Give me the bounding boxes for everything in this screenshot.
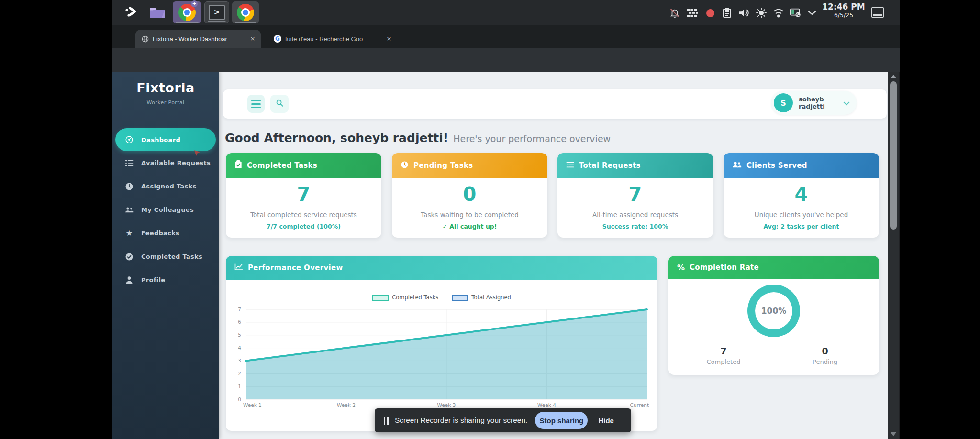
- user-menu[interactable]: S soheyb radjetti: [771, 91, 857, 115]
- stat-card-value: 4: [724, 185, 879, 204]
- file-manager-icon[interactable]: [146, 1, 169, 23]
- legend-completed-tasks[interactable]: Completed Tasks: [372, 294, 438, 301]
- sidebar-item-my-colleagues[interactable]: My Colleagues: [112, 198, 219, 221]
- tab-strip: Fixtoria - Worker Dashboar × G fuite d'e…: [112, 25, 900, 48]
- svg-text:4: 4: [238, 345, 241, 351]
- os-taskbar: + >: [112, 0, 900, 25]
- page-scrollbar[interactable]: [888, 72, 899, 439]
- stat-card-header: Pending Tasks: [392, 153, 547, 178]
- sidebar-item-assigned-tasks[interactable]: Assigned Tasks: [112, 175, 219, 198]
- scroll-down-arrow[interactable]: [891, 432, 896, 436]
- keyboard-grid-icon[interactable]: [687, 7, 698, 19]
- tab-recherche[interactable]: G fuite d'eau - Recherche Goo ×: [268, 30, 397, 48]
- globe-favicon-icon: [141, 35, 149, 43]
- sidebar-divider: [121, 120, 210, 120]
- terminal-app-icon[interactable]: >: [204, 1, 229, 23]
- chrome-pinned-app-icon[interactable]: +: [173, 1, 201, 23]
- scroll-up-arrow[interactable]: [891, 75, 896, 78]
- active-app-indicator: [235, 22, 256, 23]
- clipboard-tray-icon[interactable]: [721, 7, 733, 19]
- sidebar-item-dashboard[interactable]: Dashboard: [115, 128, 216, 151]
- svg-text:Current: Current: [630, 402, 649, 408]
- pending-label: Pending: [794, 358, 856, 365]
- folder-icon: [149, 6, 166, 19]
- legend-swatch: [372, 295, 389, 301]
- chevron-down-icon: [843, 99, 850, 108]
- tab-close-icon[interactable]: ×: [385, 34, 393, 43]
- stat-card-completed-tasks[interactable]: Completed Tasks 7 Total completed servic…: [226, 153, 381, 238]
- search-button[interactable]: [270, 95, 289, 113]
- svg-text:5: 5: [238, 332, 241, 338]
- stat-card-title: Clients Served: [746, 161, 807, 170]
- desktop: + >: [0, 0, 980, 439]
- recording-indicator-icon[interactable]: [704, 7, 716, 19]
- brand-title: Fixtoria: [112, 80, 219, 95]
- performance-line-chart: 01234567Week 1Week 2Week 3Week 4Current: [234, 304, 650, 410]
- stat-card-subtext: Avg: 2 tasks per client: [724, 223, 879, 230]
- search-icon: [276, 99, 284, 109]
- notifications-muted-icon[interactable]: [669, 7, 680, 19]
- avatar: S: [774, 93, 793, 112]
- greeting: Good Afternoon, soheyb radjetti! Here's …: [225, 131, 611, 145]
- sidebar-item-profile[interactable]: Profile: [112, 268, 219, 292]
- chrome-window-app-icon[interactable]: [232, 1, 259, 23]
- svg-text:6: 6: [238, 319, 241, 325]
- show-desktop-icon[interactable]: [871, 7, 884, 18]
- brand-subtitle: Worker Portal: [112, 99, 219, 106]
- gauge-icon: [125, 135, 134, 144]
- sidebar-item-available-requests[interactable]: Available Requests: [112, 151, 219, 175]
- google-favicon: G: [274, 35, 281, 43]
- app-launcher-icon[interactable]: [120, 1, 143, 23]
- pause-bars-icon: [383, 417, 389, 425]
- completion-donut: 100%: [747, 285, 800, 337]
- completed-stat: 7 Completed: [692, 346, 755, 365]
- clock-date: 6/5/25: [821, 12, 867, 19]
- svg-text:1: 1: [238, 384, 241, 389]
- volume-icon[interactable]: [738, 7, 749, 19]
- tray-chevron-down-icon[interactable]: [806, 7, 818, 19]
- svg-text:Week 2: Week 2: [337, 402, 356, 408]
- svg-text:0: 0: [238, 396, 241, 402]
- stat-card-pending-tasks[interactable]: Pending Tasks 0 Tasks waiting to be comp…: [392, 153, 547, 238]
- stat-card-title: Pending Tasks: [413, 161, 473, 170]
- toast-message: Screen Recorder is sharing your screen.: [395, 416, 527, 425]
- star-icon: ★: [125, 229, 134, 238]
- stat-card-caption: Tasks waiting to be completed: [392, 211, 547, 219]
- clock-time: 12:46 PM: [821, 2, 867, 12]
- stat-card-value: 7: [226, 185, 381, 204]
- clock-icon: [125, 182, 134, 191]
- sidebar-item-feedbacks[interactable]: ★ Feedbacks: [112, 221, 219, 245]
- svg-text:2: 2: [238, 371, 241, 376]
- greeting-subtitle: Here's your performance overview: [453, 133, 611, 144]
- stat-card-total-requests[interactable]: Total Requests 7 All-time assigned reque…: [557, 153, 713, 238]
- badge-plus-icon: +: [191, 0, 198, 7]
- legend-total-assigned[interactable]: Total Assigned: [452, 294, 511, 301]
- screen: + >: [112, 0, 900, 439]
- brightness-icon[interactable]: [756, 7, 767, 19]
- menu-toggle-button[interactable]: [247, 95, 265, 113]
- scrollbar-thumb[interactable]: [890, 81, 897, 230]
- stat-card-clients-served[interactable]: Clients Served 4 Unique clients you've h…: [724, 153, 879, 238]
- stat-card-value: 7: [557, 185, 713, 204]
- user-name: soheyb radjetti: [799, 96, 843, 110]
- percent-icon: %: [677, 263, 685, 272]
- tab-close-icon[interactable]: ×: [248, 34, 257, 43]
- launcher-glyph: [124, 6, 139, 19]
- clock-icon: [401, 161, 409, 171]
- performance-card-title: Performance Overview: [248, 263, 343, 272]
- hide-toast-link[interactable]: Hide: [598, 417, 614, 425]
- screen-share-toast: Screen Recorder is sharing your screen. …: [375, 408, 631, 432]
- stop-sharing-button[interactable]: Stop sharing: [535, 412, 588, 429]
- completed-value: 7: [692, 346, 755, 356]
- stat-card-header: Completed Tasks: [226, 153, 381, 178]
- greeting-title: Good Afternoon, soheyb radjetti!: [225, 131, 448, 145]
- tab-fixtoria[interactable]: Fixtoria - Worker Dashboar ×: [135, 30, 261, 48]
- sidebar-item-completed-tasks[interactable]: Completed Tasks: [112, 245, 219, 268]
- person-icon: [125, 276, 134, 285]
- browser-toolbar: ← → ↻ 3cc6-197-206-94-83.ngrok-free.app/…: [112, 48, 900, 72]
- svg-text:Week 3: Week 3: [437, 402, 456, 408]
- system-clock[interactable]: 12:46 PM 6/5/25: [821, 2, 867, 19]
- wifi-icon[interactable]: [773, 7, 784, 19]
- screen-share-tray-icon[interactable]: [790, 7, 802, 19]
- chrome-logo-icon: [237, 4, 254, 21]
